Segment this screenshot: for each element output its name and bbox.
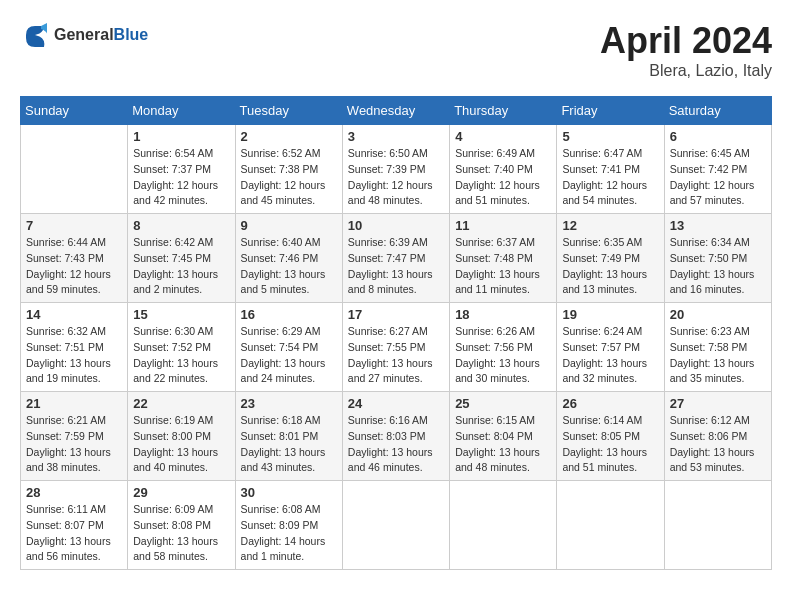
day-number: 29 xyxy=(133,485,229,500)
calendar-row: 1Sunrise: 6:54 AMSunset: 7:37 PMDaylight… xyxy=(21,125,772,214)
cell-info: Sunrise: 6:29 AMSunset: 7:54 PMDaylight:… xyxy=(241,324,337,387)
calendar-cell: 28Sunrise: 6:11 AMSunset: 8:07 PMDayligh… xyxy=(21,481,128,570)
day-number: 25 xyxy=(455,396,551,411)
calendar-cell: 2Sunrise: 6:52 AMSunset: 7:38 PMDaylight… xyxy=(235,125,342,214)
month-title: April 2024 xyxy=(600,20,772,62)
cell-info: Sunrise: 6:15 AMSunset: 8:04 PMDaylight:… xyxy=(455,413,551,476)
day-number: 17 xyxy=(348,307,444,322)
day-number: 13 xyxy=(670,218,766,233)
cell-info: Sunrise: 6:21 AMSunset: 7:59 PMDaylight:… xyxy=(26,413,122,476)
cell-info: Sunrise: 6:09 AMSunset: 8:08 PMDaylight:… xyxy=(133,502,229,565)
cell-info: Sunrise: 6:24 AMSunset: 7:57 PMDaylight:… xyxy=(562,324,658,387)
day-number: 10 xyxy=(348,218,444,233)
cell-info: Sunrise: 6:50 AMSunset: 7:39 PMDaylight:… xyxy=(348,146,444,209)
calendar-cell: 26Sunrise: 6:14 AMSunset: 8:05 PMDayligh… xyxy=(557,392,664,481)
weekday-header-cell: Saturday xyxy=(664,97,771,125)
calendar-cell xyxy=(664,481,771,570)
day-number: 20 xyxy=(670,307,766,322)
calendar-cell xyxy=(557,481,664,570)
cell-info: Sunrise: 6:16 AMSunset: 8:03 PMDaylight:… xyxy=(348,413,444,476)
calendar-cell: 22Sunrise: 6:19 AMSunset: 8:00 PMDayligh… xyxy=(128,392,235,481)
cell-info: Sunrise: 6:54 AMSunset: 7:37 PMDaylight:… xyxy=(133,146,229,209)
calendar-cell: 29Sunrise: 6:09 AMSunset: 8:08 PMDayligh… xyxy=(128,481,235,570)
calendar-body: 1Sunrise: 6:54 AMSunset: 7:37 PMDaylight… xyxy=(21,125,772,570)
cell-info: Sunrise: 6:26 AMSunset: 7:56 PMDaylight:… xyxy=(455,324,551,387)
day-number: 26 xyxy=(562,396,658,411)
day-number: 22 xyxy=(133,396,229,411)
cell-info: Sunrise: 6:30 AMSunset: 7:52 PMDaylight:… xyxy=(133,324,229,387)
calendar-cell: 25Sunrise: 6:15 AMSunset: 8:04 PMDayligh… xyxy=(450,392,557,481)
calendar-cell: 12Sunrise: 6:35 AMSunset: 7:49 PMDayligh… xyxy=(557,214,664,303)
cell-info: Sunrise: 6:37 AMSunset: 7:48 PMDaylight:… xyxy=(455,235,551,298)
weekday-header-cell: Thursday xyxy=(450,97,557,125)
day-number: 7 xyxy=(26,218,122,233)
cell-info: Sunrise: 6:19 AMSunset: 8:00 PMDaylight:… xyxy=(133,413,229,476)
day-number: 11 xyxy=(455,218,551,233)
weekday-header-cell: Tuesday xyxy=(235,97,342,125)
calendar-cell: 7Sunrise: 6:44 AMSunset: 7:43 PMDaylight… xyxy=(21,214,128,303)
cell-info: Sunrise: 6:44 AMSunset: 7:43 PMDaylight:… xyxy=(26,235,122,298)
weekday-header-cell: Monday xyxy=(128,97,235,125)
weekday-header-row: SundayMondayTuesdayWednesdayThursdayFrid… xyxy=(21,97,772,125)
calendar-cell: 1Sunrise: 6:54 AMSunset: 7:37 PMDaylight… xyxy=(128,125,235,214)
title-block: April 2024 Blera, Lazio, Italy xyxy=(600,20,772,80)
day-number: 2 xyxy=(241,129,337,144)
weekday-header-cell: Sunday xyxy=(21,97,128,125)
calendar-cell: 21Sunrise: 6:21 AMSunset: 7:59 PMDayligh… xyxy=(21,392,128,481)
cell-info: Sunrise: 6:34 AMSunset: 7:50 PMDaylight:… xyxy=(670,235,766,298)
day-number: 24 xyxy=(348,396,444,411)
calendar-cell: 3Sunrise: 6:50 AMSunset: 7:39 PMDaylight… xyxy=(342,125,449,214)
day-number: 30 xyxy=(241,485,337,500)
day-number: 16 xyxy=(241,307,337,322)
day-number: 6 xyxy=(670,129,766,144)
calendar-cell xyxy=(342,481,449,570)
cell-info: Sunrise: 6:52 AMSunset: 7:38 PMDaylight:… xyxy=(241,146,337,209)
calendar-cell: 9Sunrise: 6:40 AMSunset: 7:46 PMDaylight… xyxy=(235,214,342,303)
day-number: 5 xyxy=(562,129,658,144)
page-header: GeneralBlue April 2024 Blera, Lazio, Ita… xyxy=(20,20,772,80)
cell-info: Sunrise: 6:11 AMSunset: 8:07 PMDaylight:… xyxy=(26,502,122,565)
cell-info: Sunrise: 6:49 AMSunset: 7:40 PMDaylight:… xyxy=(455,146,551,209)
calendar-cell: 13Sunrise: 6:34 AMSunset: 7:50 PMDayligh… xyxy=(664,214,771,303)
cell-info: Sunrise: 6:42 AMSunset: 7:45 PMDaylight:… xyxy=(133,235,229,298)
calendar-row: 7Sunrise: 6:44 AMSunset: 7:43 PMDaylight… xyxy=(21,214,772,303)
calendar-cell: 17Sunrise: 6:27 AMSunset: 7:55 PMDayligh… xyxy=(342,303,449,392)
cell-info: Sunrise: 6:18 AMSunset: 8:01 PMDaylight:… xyxy=(241,413,337,476)
cell-info: Sunrise: 6:32 AMSunset: 7:51 PMDaylight:… xyxy=(26,324,122,387)
calendar-cell xyxy=(450,481,557,570)
day-number: 15 xyxy=(133,307,229,322)
cell-info: Sunrise: 6:12 AMSunset: 8:06 PMDaylight:… xyxy=(670,413,766,476)
calendar-cell: 19Sunrise: 6:24 AMSunset: 7:57 PMDayligh… xyxy=(557,303,664,392)
cell-info: Sunrise: 6:35 AMSunset: 7:49 PMDaylight:… xyxy=(562,235,658,298)
calendar-cell: 14Sunrise: 6:32 AMSunset: 7:51 PMDayligh… xyxy=(21,303,128,392)
cell-info: Sunrise: 6:47 AMSunset: 7:41 PMDaylight:… xyxy=(562,146,658,209)
day-number: 1 xyxy=(133,129,229,144)
cell-info: Sunrise: 6:27 AMSunset: 7:55 PMDaylight:… xyxy=(348,324,444,387)
cell-info: Sunrise: 6:23 AMSunset: 7:58 PMDaylight:… xyxy=(670,324,766,387)
logo-text: GeneralBlue xyxy=(54,26,148,44)
day-number: 3 xyxy=(348,129,444,144)
calendar-row: 14Sunrise: 6:32 AMSunset: 7:51 PMDayligh… xyxy=(21,303,772,392)
calendar-cell: 5Sunrise: 6:47 AMSunset: 7:41 PMDaylight… xyxy=(557,125,664,214)
day-number: 12 xyxy=(562,218,658,233)
day-number: 9 xyxy=(241,218,337,233)
cell-info: Sunrise: 6:40 AMSunset: 7:46 PMDaylight:… xyxy=(241,235,337,298)
day-number: 23 xyxy=(241,396,337,411)
cell-info: Sunrise: 6:08 AMSunset: 8:09 PMDaylight:… xyxy=(241,502,337,565)
cell-info: Sunrise: 6:45 AMSunset: 7:42 PMDaylight:… xyxy=(670,146,766,209)
calendar-cell: 24Sunrise: 6:16 AMSunset: 8:03 PMDayligh… xyxy=(342,392,449,481)
calendar-cell: 16Sunrise: 6:29 AMSunset: 7:54 PMDayligh… xyxy=(235,303,342,392)
day-number: 19 xyxy=(562,307,658,322)
cell-info: Sunrise: 6:39 AMSunset: 7:47 PMDaylight:… xyxy=(348,235,444,298)
calendar-cell: 23Sunrise: 6:18 AMSunset: 8:01 PMDayligh… xyxy=(235,392,342,481)
day-number: 28 xyxy=(26,485,122,500)
calendar-cell: 11Sunrise: 6:37 AMSunset: 7:48 PMDayligh… xyxy=(450,214,557,303)
logo: GeneralBlue xyxy=(20,20,148,50)
calendar-cell: 30Sunrise: 6:08 AMSunset: 8:09 PMDayligh… xyxy=(235,481,342,570)
weekday-header-cell: Wednesday xyxy=(342,97,449,125)
calendar-cell: 27Sunrise: 6:12 AMSunset: 8:06 PMDayligh… xyxy=(664,392,771,481)
calendar-cell: 10Sunrise: 6:39 AMSunset: 7:47 PMDayligh… xyxy=(342,214,449,303)
calendar-cell: 20Sunrise: 6:23 AMSunset: 7:58 PMDayligh… xyxy=(664,303,771,392)
logo-icon xyxy=(20,20,50,50)
calendar-cell xyxy=(21,125,128,214)
